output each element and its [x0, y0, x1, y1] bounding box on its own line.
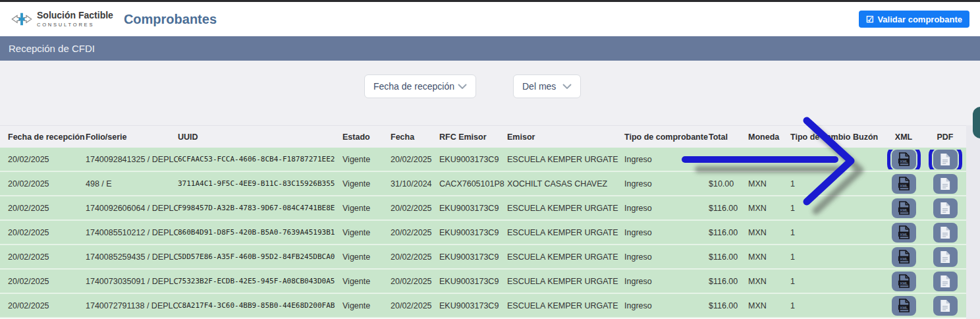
table-row: 20/02/2025 1740073035091 / DEPLOY 75323B…: [0, 270, 966, 294]
cell-fecha: 20/02/2025: [391, 228, 439, 237]
cell-fecha: 20/02/2025: [391, 155, 439, 164]
xml-file-icon: XML: [898, 274, 910, 288]
cell-moneda: MXN: [748, 155, 790, 164]
column-header-uuid: UUID: [178, 132, 342, 142]
cell-estado: Vigente: [342, 155, 391, 164]
cell-emisor: ESCUELA KEMPER URGATE: [507, 228, 624, 237]
cell-pdf: [924, 174, 966, 194]
cell-emisor: ESCUELA KEMPER URGATE: [507, 252, 624, 262]
cell-fecha-recepcion: 20/02/2025: [8, 252, 86, 262]
cell-folio-serie: 1740085510212 / DEPLOY: [86, 228, 178, 237]
cell-fecha-recepcion: 20/02/2025: [8, 228, 86, 237]
xml-button[interactable]: XML: [892, 272, 916, 291]
cell-tipo-cambio: 1: [790, 301, 853, 310]
section-title: Recepción de CFDI: [9, 43, 95, 54]
xml-button[interactable]: XML: [892, 174, 916, 194]
cell-tipo-comprobante: Ingreso: [624, 252, 709, 262]
filter-bar: Fecha de recepción Del mes: [0, 61, 980, 125]
svg-text:XML: XML: [900, 306, 908, 310]
cell-tipo-comprobante: Ingreso: [624, 228, 709, 237]
logo-text: Solución Factible CONSULTORES: [37, 11, 113, 27]
cell-total: $10.00: [709, 179, 748, 188]
cell-pdf: [924, 198, 966, 218]
cell-xml: XML: [883, 223, 924, 243]
svg-text:XML: XML: [900, 257, 908, 261]
cell-tipo-cambio: 1: [790, 155, 853, 164]
column-header-fecha: Fecha: [391, 132, 439, 142]
cell-folio-serie: 498 / E: [86, 179, 178, 188]
xml-file-icon: XML: [898, 201, 910, 215]
xml-file-icon: XML: [898, 152, 910, 166]
cell-tipo-cambio: 1: [790, 179, 853, 188]
pdf-button[interactable]: [933, 247, 958, 267]
cell-tipo-comprobante: Ingreso: [624, 301, 709, 310]
column-header-tipo-cambio: Tipo de cambio: [790, 132, 853, 142]
table-row: 20/02/2025 1740092606064 / DEPLOY F99845…: [0, 196, 966, 221]
svg-text:XML: XML: [900, 233, 908, 237]
validate-button-label: Validar comprobante: [877, 14, 962, 24]
pdf-button[interactable]: [933, 272, 958, 291]
pdf-button[interactable]: [933, 198, 958, 218]
cell-moneda: MXN: [748, 228, 790, 237]
xml-button[interactable]: XML: [892, 150, 916, 169]
cell-folio-serie: 1740072791138 / DEPLOY: [86, 301, 178, 310]
cell-emisor: ESCUELA KEMPER URGATE: [507, 155, 624, 164]
cell-moneda: MXN: [748, 252, 790, 262]
pdf-file-icon: [940, 299, 950, 312]
cell-uuid: 860B4D91-D8F5-420B-B5A0-7639A45193B1: [178, 228, 342, 237]
cell-pdf: [924, 247, 966, 267]
cell-tipo-cambio: 1: [790, 277, 853, 286]
table-row: 20/02/2025 498 / E 3711A4C1-9F5C-4EE9-B1…: [0, 172, 966, 196]
xml-button[interactable]: XML: [892, 247, 916, 267]
section-header-bar: Recepción de CFDI: [0, 36, 980, 61]
column-header-pdf: PDF: [924, 132, 966, 142]
column-header-total: Total: [709, 132, 748, 142]
cell-emisor: ESCUELA KEMPER URGATE: [507, 301, 624, 310]
cell-uuid: 75323B2F-ECDB-42E5-945F-A08CB043D0A5: [178, 277, 342, 285]
cell-uuid: F998457D-A32B-4783-9D67-084C4741BE8E: [178, 204, 342, 212]
cell-estado: Vigente: [342, 228, 391, 237]
pdf-file-icon: [940, 226, 950, 239]
svg-text:XML: XML: [900, 208, 908, 212]
cell-fecha: 20/02/2025: [391, 252, 439, 262]
cell-folio-serie: 1740073035091 / DEPLOY: [86, 277, 178, 286]
pdf-file-icon: [940, 153, 950, 166]
pdf-button[interactable]: [933, 223, 958, 243]
xml-file-icon: XML: [898, 225, 910, 239]
period-dropdown[interactable]: Del mes: [513, 74, 581, 98]
column-header-rfc-emisor: RFC Emisor: [439, 132, 507, 142]
validate-comprobante-button[interactable]: ☑ Validar comprobante: [859, 11, 969, 28]
pdf-button[interactable]: [933, 296, 958, 316]
cell-moneda: MXN: [748, 277, 790, 286]
cell-tipo-comprobante: Ingreso: [624, 204, 709, 213]
pdf-file-icon: [940, 202, 950, 215]
xml-file-icon: XML: [898, 250, 910, 264]
pdf-button[interactable]: [933, 150, 958, 169]
chevron-down-icon: [562, 84, 572, 89]
cell-tipo-cambio: 1: [790, 204, 853, 213]
table-body: 20/02/2025 1740092841325 / DEPLOY 6CFAAC…: [0, 148, 966, 318]
pdf-button[interactable]: [933, 174, 958, 194]
cell-moneda: MXN: [748, 179, 790, 188]
date-field-dropdown[interactable]: Fecha de recepción: [364, 74, 476, 98]
logo-subtitle: CONSULTORES: [37, 22, 113, 28]
xml-button[interactable]: XML: [892, 198, 916, 218]
cell-fecha-recepcion: 20/02/2025: [8, 179, 86, 188]
cell-total: $116.00: [709, 228, 748, 237]
xml-button[interactable]: XML: [892, 296, 916, 316]
cell-xml: XML: [883, 150, 924, 169]
cell-folio-serie: 1740092841325 / DEPLOY: [86, 155, 178, 164]
svg-text:XML: XML: [900, 160, 908, 163]
xml-button[interactable]: XML: [892, 223, 916, 243]
logo-arrows-icon: [11, 10, 33, 28]
cell-uuid: 6CFAAC53-FCCA-4606-8CB4-F18787271EE2: [178, 155, 342, 163]
xml-file-icon: XML: [898, 177, 910, 190]
side-panel-tab[interactable]: [973, 107, 980, 138]
logo-name: Solución Factible: [37, 11, 113, 20]
column-header-moneda: Moneda: [748, 132, 790, 142]
pdf-file-icon: [940, 275, 950, 288]
period-dropdown-value: Del mes: [522, 81, 556, 92]
cell-xml: XML: [883, 272, 924, 291]
pdf-file-icon: [940, 250, 950, 264]
column-header-fecha-recepcion: Fecha de recepción: [8, 132, 86, 142]
